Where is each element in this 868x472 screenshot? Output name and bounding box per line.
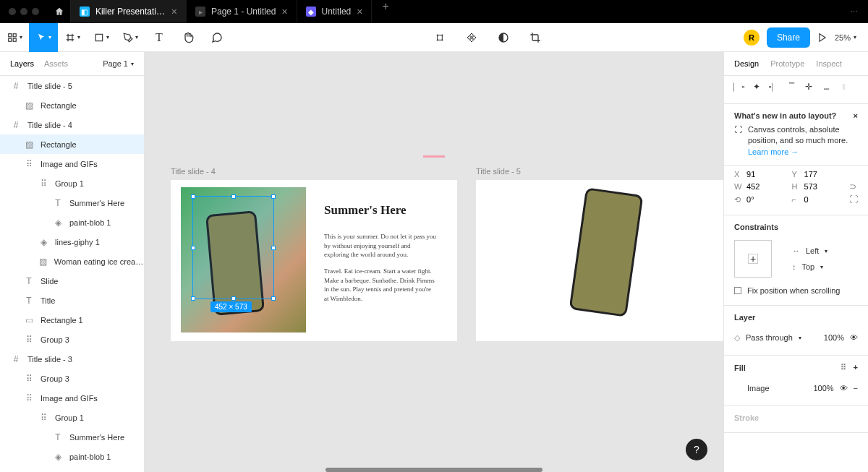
close-icon[interactable]: ×: [171, 6, 177, 17]
close-icon[interactable]: ×: [281, 6, 287, 17]
layer-item[interactable]: ⠿Image and GIFs: [0, 154, 144, 173]
tab-page1-untitled[interactable]: ▸ Page 1 - Untitled ×: [187, 0, 297, 23]
auto-layout-notice: What's new in auto layout?× ⛶ Canvas con…: [724, 104, 868, 166]
fill-type-label[interactable]: Image: [747, 384, 770, 392]
help-button[interactable]: ?: [686, 439, 707, 460]
close-icon[interactable]: ×: [854, 111, 858, 120]
constraint-widget[interactable]: +: [734, 240, 772, 278]
pen-tool[interactable]: ▾: [116, 23, 145, 52]
corner-input[interactable]: 0: [804, 195, 809, 204]
layer-item[interactable]: #Title slide - 4: [0, 115, 144, 134]
layer-item[interactable]: #Title slide - 3: [0, 349, 144, 369]
hand-tool[interactable]: [174, 23, 203, 52]
layer-label: Rectangle: [41, 101, 77, 110]
layer-label: Group 3: [41, 335, 69, 344]
eye-icon[interactable]: 👁: [850, 333, 858, 342]
layer-item[interactable]: ▭Rectangle 1: [0, 310, 144, 330]
align-top-icon[interactable]: ⎺: [786, 82, 796, 92]
moon-icon: [498, 32, 509, 43]
svg-rect-5: [438, 35, 443, 40]
layer-label: Group 1: [55, 413, 84, 422]
home-button[interactable]: [48, 0, 71, 23]
tab-prototype[interactable]: Prototype: [770, 59, 804, 68]
layer-item[interactable]: TTitle: [0, 291, 144, 310]
styles-icon[interactable]: ⠿: [841, 363, 846, 372]
canvas[interactable]: Title slide - 4 Summer's Here This is yo…: [145, 52, 723, 472]
page-selector[interactable]: Page 1▾: [103, 59, 134, 68]
align-bottom-icon[interactable]: ⎽: [821, 82, 831, 92]
w-input[interactable]: 452: [746, 182, 760, 191]
fix-position-checkbox[interactable]: Fix position when scrolling: [724, 282, 868, 299]
zoom-select[interactable]: 25%▾: [835, 33, 856, 42]
menu-button[interactable]: ▾: [0, 23, 29, 52]
link-wh-icon[interactable]: ⊃: [849, 181, 858, 192]
layer-item[interactable]: ⠿Group 1: [0, 173, 144, 193]
avatar[interactable]: R: [744, 30, 760, 46]
h-input[interactable]: 573: [804, 182, 817, 191]
align-hcenter-icon[interactable]: ✦: [752, 82, 762, 92]
boolean-tool[interactable]: [489, 23, 518, 52]
layer-item[interactable]: ▨Woman eating ice cream ...: [0, 252, 144, 271]
present-button[interactable]: [817, 23, 827, 52]
hand-icon: [182, 32, 194, 43]
frame-label[interactable]: Title slide - 5: [476, 167, 521, 176]
blend-icon: ◇: [734, 333, 740, 343]
group-icon: ⠿: [23, 393, 35, 403]
layer-item[interactable]: ◈paint-blob 1: [0, 213, 144, 232]
fill-opacity-input[interactable]: 100%: [813, 384, 833, 392]
x-input[interactable]: 91: [746, 170, 755, 179]
layer-item[interactable]: TSummer's Here: [0, 427, 144, 447]
distribute-icon[interactable]: ⦀: [838, 82, 848, 92]
align-right-icon[interactable]: ▫⎸: [769, 82, 779, 92]
constraint-h-select[interactable]: ↔Left▾: [792, 246, 868, 255]
frame-label[interactable]: Title slide - 4: [171, 167, 216, 176]
tab-inspect[interactable]: Inspect: [816, 59, 841, 68]
text-tool[interactable]: T: [145, 23, 174, 52]
component-tool[interactable]: [425, 23, 454, 52]
eye-icon[interactable]: 👁: [840, 384, 848, 392]
comment-tool[interactable]: [203, 23, 231, 52]
layer-item[interactable]: ◈paint-blob 1: [0, 447, 144, 466]
layer-item[interactable]: ◈lines-giphy 1: [0, 466, 144, 472]
frame-title-slide-4[interactable]: Title slide - 4 Summer's Here This is yo…: [171, 180, 457, 341]
layer-item[interactable]: TSummer's Here: [0, 193, 144, 213]
remove-fill-icon[interactable]: −: [854, 384, 858, 392]
corner-details-icon[interactable]: ⛶: [849, 194, 858, 205]
tab-assets[interactable]: Assets: [44, 59, 68, 68]
crop-tool[interactable]: [521, 23, 550, 52]
layer-item[interactable]: ⠿Group 3: [0, 330, 144, 349]
layer-item[interactable]: TSlide: [0, 271, 144, 291]
align-left-icon[interactable]: ⎸▫: [734, 82, 744, 92]
learn-more-link[interactable]: Learn more →: [748, 147, 799, 156]
y-input[interactable]: 177: [804, 170, 817, 179]
layer-item[interactable]: ◈lines-giphy 1: [0, 232, 144, 252]
tab-killer-presentation[interactable]: ◧ Killer Presentation ×: [71, 0, 187, 23]
tab-design[interactable]: Design: [734, 59, 759, 68]
layer-item[interactable]: ▨Rectangle: [0, 134, 144, 154]
rotation-input[interactable]: 0°: [746, 195, 754, 204]
frame-tool[interactable]: ▾: [58, 23, 87, 52]
add-tab-button[interactable]: +: [372, 0, 399, 23]
tab-layers[interactable]: Layers: [10, 59, 34, 68]
align-vcenter-icon[interactable]: ✛: [804, 82, 814, 92]
layer-item[interactable]: ⠿Group 1: [0, 408, 144, 427]
layer-item[interactable]: ⠿Group 3: [0, 369, 144, 388]
close-icon[interactable]: ×: [357, 6, 362, 17]
opacity-input[interactable]: 100%: [824, 333, 844, 342]
selection-box[interactable]: [192, 196, 274, 299]
horizontal-scrollbar[interactable]: [326, 468, 542, 472]
move-tool[interactable]: ▾: [29, 23, 58, 52]
frame-title-slide-5[interactable]: Title slide - 5: [476, 180, 723, 341]
tab-untitled[interactable]: ◆ Untitled ×: [297, 0, 373, 23]
layer-item[interactable]: ▨Rectangle: [0, 95, 144, 115]
share-button[interactable]: Share: [767, 27, 810, 48]
layer-item[interactable]: ⠿Image and GIFs: [0, 388, 144, 408]
shape-tool[interactable]: ▾: [87, 23, 116, 52]
mask-tool[interactable]: [457, 23, 486, 52]
add-fill-icon[interactable]: +: [854, 363, 858, 372]
figjam-icon: ◆: [306, 7, 316, 17]
blend-mode-select[interactable]: Pass through: [746, 333, 793, 342]
layer-item[interactable]: #Title slide - 5: [0, 76, 144, 95]
constraint-v-select[interactable]: ↕Top▾: [792, 262, 868, 271]
overflow-menu[interactable]: ⋯: [840, 7, 868, 17]
